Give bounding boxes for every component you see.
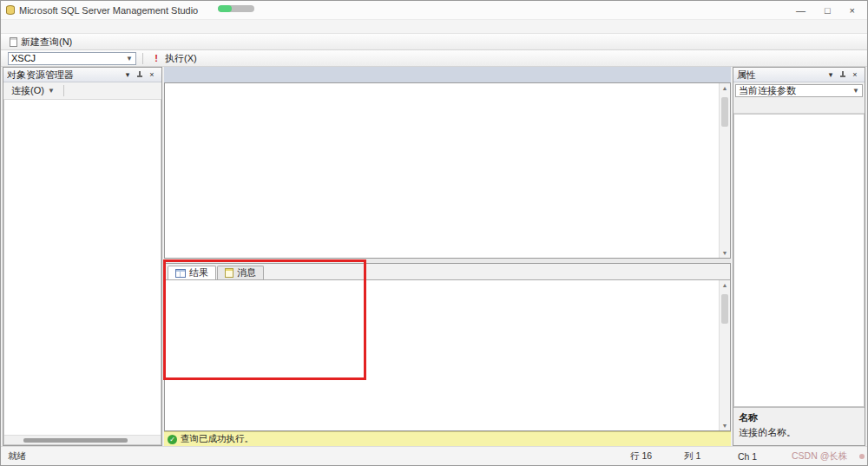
properties-title: 属性 (737, 69, 825, 82)
query-status-message: ✓ 查询已成功执行。 (164, 433, 731, 445)
scroll-down-icon[interactable]: ▼ (720, 423, 730, 429)
ssms-window: Microsoft SQL Server Management Studio —… (0, 0, 868, 466)
messages-icon (225, 268, 233, 278)
database-combo-value: XSCJ (11, 53, 36, 63)
scroll-up-icon[interactable]: ▲ (720, 282, 730, 288)
pin-icon[interactable] (837, 69, 849, 81)
progress-pill (218, 5, 254, 12)
chevron-down-icon: ▼ (48, 87, 55, 95)
minimize-button[interactable]: — (796, 5, 806, 16)
results-grid-area: ▲▼ (165, 279, 730, 430)
title-bar: Microsoft SQL Server Management Studio —… (1, 1, 867, 20)
results-grid-icon (175, 269, 186, 278)
execute-label: 执行(X) (165, 52, 197, 65)
ready-status: 就绪 (1, 450, 26, 463)
watermark: CSDN @长株 (792, 450, 859, 463)
sql-editor[interactable]: ▲▼ (164, 82, 731, 259)
separator (63, 85, 64, 96)
chevron-down-icon: ▼ (852, 87, 859, 95)
execute-icon: ! (151, 53, 161, 63)
success-check-icon: ✓ (168, 435, 177, 444)
tab-results[interactable]: 结果 (168, 266, 216, 279)
properties-object-selector[interactable]: 当前连接参数 ▼ (735, 84, 863, 97)
query-status-text: 查询已成功执行。 (181, 433, 253, 445)
close-panel-icon[interactable]: × (146, 69, 158, 81)
properties-panel: 属性 ▾ × 当前连接参数 ▼ 名称 连接的名称。 (733, 67, 865, 446)
results-pane: 结果 消息 ▲▼ (164, 263, 731, 431)
properties-header: 属性 ▾ × (733, 68, 865, 82)
object-explorer-tree (3, 100, 161, 445)
execute-button[interactable]: ! 执行(X) (146, 50, 202, 67)
object-explorer-header: 对象资源管理器 ▾ × (3, 68, 161, 82)
document-well: ▲▼ 结果 消息 ▲▼ ✓ 查询已成功执行。 (164, 67, 731, 446)
pin-icon (839, 71, 846, 79)
separator (142, 53, 143, 64)
restore-button[interactable]: □ (825, 5, 831, 16)
new-query-button[interactable]: 新建查询(N) (4, 34, 77, 50)
object-explorer-toolbar: 连接(O) ▼ (3, 82, 161, 100)
cursor-char-indicator: Ch 1 (738, 451, 792, 462)
query-status-bar: ✓ 查询已成功执行。 (164, 431, 731, 446)
cursor-line-indicator: 行 16 (630, 450, 684, 463)
window-position-icon[interactable]: ▾ (825, 69, 837, 81)
standard-toolbar: 新建查询(N) (1, 34, 867, 50)
object-explorer-panel: 对象资源管理器 ▾ × 连接(O) ▼ (3, 67, 162, 446)
tab-messages[interactable]: 消息 (217, 266, 264, 279)
selector-value: 当前连接参数 (739, 84, 796, 97)
watermark-dot-icon (859, 454, 865, 459)
messages-tab-label: 消息 (237, 266, 256, 279)
status-bar: 就绪 行 16 列 1 Ch 1 CSDN @长株 (1, 446, 867, 465)
new-query-icon (10, 37, 17, 47)
connect-label: 连接(O) (11, 84, 44, 97)
scroll-down-icon[interactable]: ▼ (720, 250, 730, 256)
pin-icon[interactable] (134, 69, 146, 81)
properties-object-selector-wrap: 当前连接参数 ▼ (733, 82, 865, 98)
properties-toolbar (733, 98, 865, 114)
close-panel-icon[interactable]: × (849, 69, 861, 81)
property-description-text: 连接的名称。 (739, 427, 796, 437)
results-tab-strip: 结果 消息 (165, 264, 730, 279)
sql-editor-toolbar: XSCJ ▼ ! 执行(X) (1, 50, 867, 67)
pin-icon (136, 71, 143, 79)
new-query-label: 新建查询(N) (21, 36, 72, 49)
properties-grid (733, 114, 865, 407)
editor-vertical-scrollbar[interactable]: ▲▼ (719, 83, 730, 258)
horizontal-scrollbar[interactable] (4, 435, 161, 444)
connect-button[interactable]: 连接(O) ▼ (6, 82, 60, 99)
app-icon (6, 5, 15, 15)
cursor-column-indicator: 列 1 (684, 450, 738, 463)
scroll-up-icon[interactable]: ▲ (720, 85, 730, 91)
window-position-icon[interactable]: ▾ (122, 69, 134, 81)
database-combo[interactable]: XSCJ ▼ (8, 52, 136, 65)
close-button[interactable]: × (850, 5, 855, 16)
results-tab-label: 结果 (189, 266, 208, 279)
chevron-down-icon: ▼ (126, 55, 133, 62)
object-explorer-title: 对象资源管理器 (7, 69, 122, 82)
property-description-title: 名称 (739, 411, 859, 424)
document-tab-strip (164, 67, 731, 82)
property-description: 名称 连接的名称。 (733, 407, 865, 445)
menu-bar (1, 20, 867, 34)
results-vertical-scrollbar[interactable]: ▲▼ (719, 280, 730, 430)
window-title: Microsoft SQL Server Management Studio (19, 5, 198, 16)
